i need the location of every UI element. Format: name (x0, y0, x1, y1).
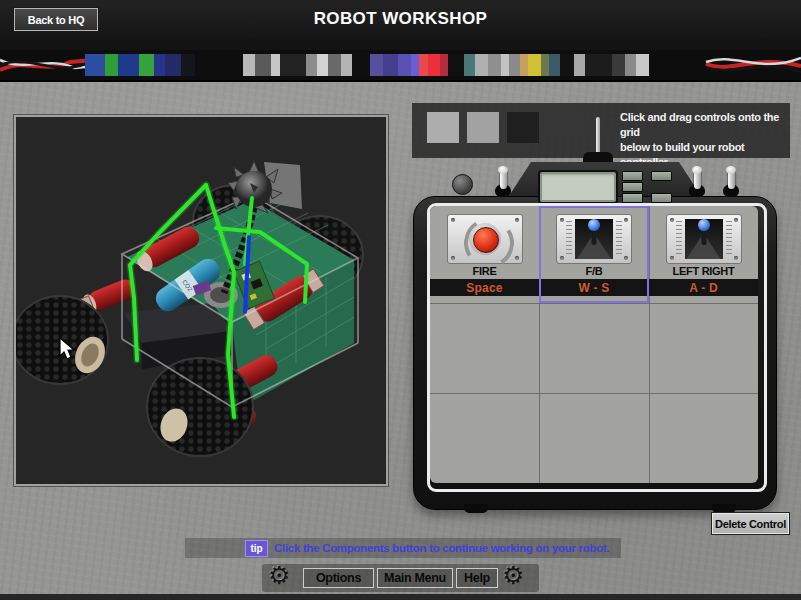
strip-block (501, 54, 509, 76)
strip-block (585, 54, 612, 76)
joystick-recess (575, 219, 613, 259)
grid-cell-empty[interactable] (430, 393, 539, 483)
tip-badge: tip (245, 540, 268, 557)
header-divider (0, 38, 801, 50)
strip-block (306, 54, 317, 76)
strip-block (280, 54, 306, 76)
strip-block (195, 54, 243, 76)
toggle-switch-icon (721, 168, 741, 198)
controller-mini-button (622, 171, 643, 181)
grid-cell-empty[interactable] (539, 303, 649, 393)
palette-swatch-3[interactable] (507, 112, 539, 143)
strip-block (154, 54, 165, 76)
strip-block (448, 54, 464, 76)
fire-button-control[interactable] (447, 214, 523, 264)
strip-block (419, 54, 428, 76)
strip-block (341, 54, 352, 76)
strip-block (488, 54, 501, 76)
key-binding-fire[interactable]: Space (430, 279, 539, 296)
strip-block (139, 54, 154, 76)
delete-control-button[interactable]: Delete Control (711, 512, 790, 535)
controller-mini-button (651, 171, 672, 181)
header-bar: Back to HQ ROBOT WORKSHOP (0, 0, 801, 38)
palette-swatch-2[interactable] (467, 112, 499, 143)
strip-block (625, 54, 636, 76)
key-binding-fb[interactable]: W - S (539, 279, 649, 296)
gear-icon: ⚙ (268, 561, 290, 590)
grid-cell-leftright[interactable]: LEFT RIGHT A - D (649, 206, 758, 303)
gear-icon: ⚙ (502, 561, 524, 590)
tip-message: Click the Components button to continue … (274, 542, 609, 554)
strip-block (271, 54, 280, 76)
joystick-control-fb[interactable] (556, 214, 632, 264)
strip-block (181, 54, 195, 76)
strip-block (541, 54, 549, 76)
strip-block (612, 54, 625, 76)
color-strip-blocks (85, 54, 713, 76)
strip-block (464, 54, 475, 76)
lcd-screen (538, 170, 618, 204)
toggle-switch-icon (687, 168, 707, 198)
strip-block (428, 54, 440, 76)
controller-foot (464, 504, 488, 513)
strip-block (398, 54, 411, 76)
controller-mini-button (651, 193, 672, 203)
strip-block (528, 54, 541, 76)
robot-render: CO2 (16, 117, 382, 480)
strip-block (383, 54, 398, 76)
controller-knob (452, 174, 473, 195)
robot-3d-viewport[interactable]: CO2 (14, 115, 388, 486)
strip-block (105, 54, 118, 76)
strip-block (118, 54, 139, 76)
strip-block (411, 54, 419, 76)
strip-block (560, 54, 574, 76)
strip-block (165, 54, 181, 76)
joystick-control-leftright[interactable] (666, 214, 742, 264)
strip-block (370, 54, 383, 76)
strip-block (243, 54, 255, 76)
footer-strip (0, 594, 801, 600)
grid-cell-empty[interactable] (539, 393, 649, 483)
key-binding-leftright[interactable]: A - D (649, 279, 758, 296)
strip-block (475, 54, 488, 76)
strip-block (328, 54, 341, 76)
strip-block (85, 54, 105, 76)
grid-cell-empty[interactable] (649, 303, 758, 393)
main-menu-button[interactable]: Main Menu (377, 568, 453, 588)
strip-block (352, 54, 370, 76)
info-bar: Click and drag controls onto the grid be… (412, 103, 790, 158)
control-label: F/B (539, 265, 649, 277)
instruction-text: Click and drag controls onto the grid be… (620, 110, 786, 170)
strip-block (255, 54, 271, 76)
joystick-ball-icon (698, 219, 710, 231)
joystick-recess (685, 219, 723, 259)
instruction-line-1: Click and drag controls onto the grid (620, 110, 786, 140)
grid-cell-empty[interactable] (430, 303, 539, 393)
robot-workshop-screen: Back to HQ ROBOT WORKSHOP (0, 0, 801, 600)
controller-mini-button (622, 193, 643, 203)
control-label: LEFT RIGHT (649, 265, 758, 277)
palette-swatch-1[interactable] (427, 112, 459, 143)
grid-cell-fb[interactable]: F/B W - S (539, 206, 649, 303)
strip-block (549, 54, 560, 76)
help-button[interactable]: Help (456, 568, 498, 588)
fire-button-icon (473, 227, 499, 253)
page-title: ROBOT WORKSHOP (0, 9, 801, 29)
strip-block (440, 54, 448, 76)
control-label: FIRE (430, 265, 539, 277)
grid-cell-fire[interactable]: FIRE Space (430, 206, 539, 303)
decorative-strip (0, 50, 801, 82)
controller-grid[interactable]: FIRE Space F/B W - S (430, 206, 758, 483)
strip-block (317, 54, 328, 76)
strip-block (636, 54, 649, 76)
options-button[interactable]: Options (303, 568, 374, 588)
tip-bar: tip Click the Components button to conti… (185, 538, 621, 558)
joystick-ball-icon (588, 219, 600, 231)
controller-mini-button (622, 182, 643, 192)
grid-cell-empty[interactable] (649, 393, 758, 483)
strip-block (509, 54, 520, 76)
strip-block (520, 54, 528, 76)
toggle-switch-icon (493, 168, 513, 198)
strip-block (574, 54, 585, 76)
